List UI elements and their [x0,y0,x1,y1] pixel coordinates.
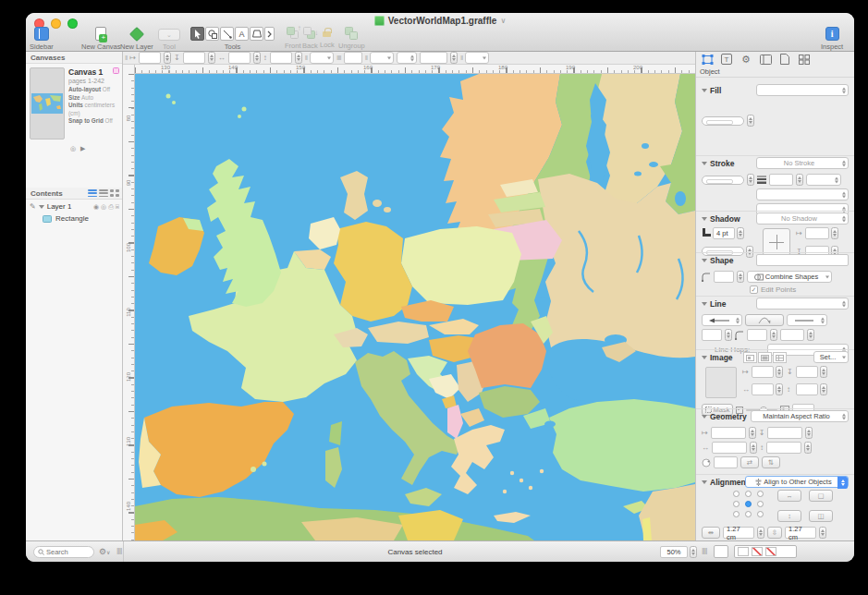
drag-handle-icon[interactable]: ‖ [305,54,307,62]
align-frame-button[interactable]: ◫ [809,510,833,522]
line-tool-button[interactable] [220,27,234,41]
toolbar-front-button[interactable]: ↑ Front [285,27,301,50]
fill-type-dropdown[interactable] [756,84,849,96]
line-radius-stepper[interactable] [770,329,777,341]
fill-opacity-slider[interactable] [702,116,744,126]
corner-radius-field[interactable] [714,271,734,283]
v-spacing-button[interactable]: ⇳ [767,527,782,539]
canvas-thumbnail[interactable] [30,67,65,140]
size-field[interactable] [420,52,447,64]
image-set-dropdown[interactable]: Set... [813,351,849,363]
list-view-icon[interactable] [88,189,97,197]
drag-handle-icon[interactable]: ‖ [125,54,127,62]
print-icon[interactable]: ⎙ [108,203,114,211]
style-dropdown[interactable] [397,52,417,64]
toolbar-new-canvas-button[interactable]: New Canvas [81,27,121,51]
align-box-button[interactable]: ▢ [809,490,833,502]
fill-opacity-stepper[interactable] [747,115,754,127]
y-position-field[interactable] [183,52,205,64]
stroke-opacity-slider[interactable] [702,176,744,185]
align-top-center-radio[interactable] [745,491,752,497]
action-menu-button[interactable]: ⚙∨ [99,547,110,556]
image-width-stepper[interactable] [776,383,783,395]
geometry-y-field[interactable] [767,427,802,439]
image-y-field[interactable] [796,366,818,378]
align-middle-right-radio[interactable] [757,501,764,507]
image-well[interactable] [705,367,737,398]
stroke-width-field[interactable] [769,174,793,186]
toolbar-ungroup-button[interactable]: Ungroup [338,27,365,50]
sidebar-resize-handle[interactable]: ‖‖ [116,547,121,556]
text-tool-button[interactable]: A [235,27,249,41]
align-bottom-left-radio[interactable] [733,511,740,517]
drawing-canvas[interactable] [135,74,695,540]
stroke-style-field[interactable] [344,52,362,64]
layer-row[interactable]: ✎ Layer 1 ◉ ◎ ⎙ ⌸ [26,200,122,212]
flip-vertical-button[interactable]: ⇅ [762,456,780,468]
more-tools-button[interactable] [264,27,275,41]
width-field[interactable] [228,52,251,64]
toolbar-sidebar-button[interactable]: Sidebar [30,27,54,51]
zoom-level-field[interactable]: 50% [660,546,688,558]
height-stepper[interactable] [295,52,302,64]
chevron-down-icon[interactable]: ∨ [500,17,506,25]
geometry-width-field[interactable] [712,442,747,454]
geometry-y-stepper[interactable] [805,427,813,439]
geometry-height-stepper[interactable] [804,442,812,454]
toolbar-inspect-button[interactable]: i Inspect [821,27,843,51]
h-spacing-button[interactable]: ⇹ [702,527,720,539]
geometry-height-field[interactable] [766,442,801,454]
fill-style-dropdown[interactable] [310,52,334,64]
image-fit-natural-button[interactable] [743,352,757,363]
height-field[interactable] [270,52,292,64]
visibility-icon[interactable]: ◎ [70,145,76,152]
font-dropdown[interactable] [370,52,394,64]
search-input[interactable] [46,548,87,556]
tab-object[interactable] [701,54,714,65]
unlock-icon[interactable]: ⌸ [116,203,119,211]
tab-workspaces[interactable] [798,54,811,65]
h-spacing-stepper[interactable] [757,527,764,539]
shape-field[interactable] [756,254,849,266]
line-length-field[interactable] [780,329,804,341]
v-spacing-field[interactable]: 1.27 cm [785,527,816,539]
arrange-dropdown[interactable] [465,52,489,64]
aspect-ratio-dropdown[interactable]: Maintain Aspect Ratio [751,410,849,422]
canvas-list-item[interactable]: Canvas 1 pages 1-242 Auto-layout Off Siz… [26,64,122,140]
europe-map[interactable] [135,74,695,540]
outline-view-icon[interactable] [99,189,108,197]
tab-canvas[interactable] [759,54,772,65]
image-fit-stretch-button[interactable] [758,352,772,363]
selection-tool-button[interactable] [190,27,204,41]
play-icon[interactable]: ▶ [80,145,85,152]
disclosure-triangle-icon[interactable] [702,302,707,306]
line-length-stepper[interactable] [807,329,814,341]
disclosure-triangle-icon[interactable] [39,205,44,209]
rotation-dial-icon[interactable] [702,458,711,468]
align-to-dropdown[interactable]: Align to Other Objects [745,476,849,488]
line-scale-stepper[interactable] [725,329,732,341]
corner-radius-stepper[interactable] [737,271,744,283]
image-x-stepper[interactable] [776,366,783,378]
align-middle-left-radio[interactable] [733,501,740,507]
zoom-stepper[interactable] [690,546,697,558]
shadow-blur-stepper[interactable] [737,227,744,239]
stroke-type-dropdown[interactable]: No Stroke [756,157,849,169]
align-center-radio[interactable] [745,501,752,507]
geometry-width-stepper[interactable] [750,442,757,454]
size-stepper[interactable] [450,52,458,64]
h-spacing-field[interactable]: 1.27 cm [723,527,754,539]
disclosure-triangle-icon[interactable] [702,162,707,165]
image-height-field[interactable] [796,383,818,395]
stroke-width-stepper[interactable] [796,174,803,186]
align-top-left-radio[interactable] [733,491,740,497]
style-swatch-no-stroke[interactable] [765,547,776,556]
flip-horizontal-button[interactable]: ⇄ [740,456,759,468]
fill-color-well[interactable] [714,545,728,558]
x-position-stepper[interactable] [164,52,171,64]
eye-icon[interactable]: ◎ [101,203,106,211]
shadow-type-dropdown[interactable]: No Shadow [756,212,849,225]
geometry-x-field[interactable] [711,427,746,439]
line-start-arrow-dropdown[interactable] [702,314,742,326]
canvas-color-tag[interactable] [113,67,119,74]
